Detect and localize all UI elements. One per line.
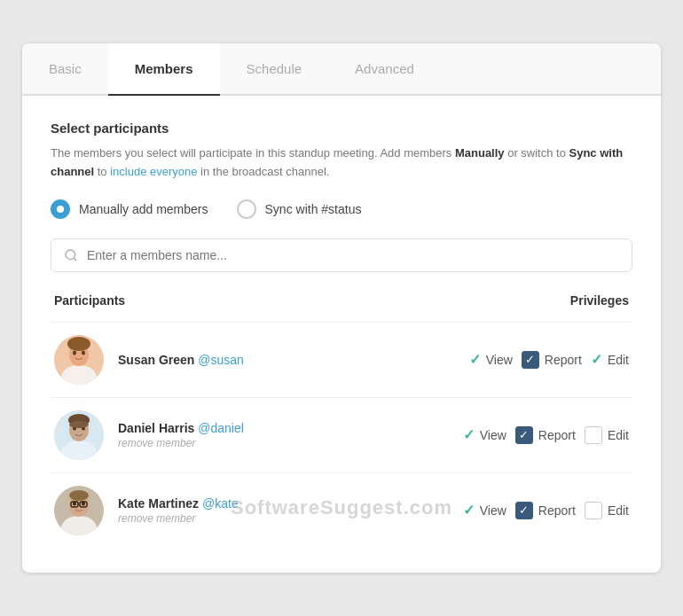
content-area: Select participants The members you sele… [22,96,661,573]
edit-checkbox-daniel[interactable] [585,426,602,444]
svg-point-24 [69,490,89,501]
edit-label-daniel: Edit [608,428,629,442]
table-row: Kate Martinez @kate remove member ✓ View… [51,472,632,548]
tab-schedule[interactable]: Schedule [220,43,329,96]
report-label-kate: Report [538,503,576,518]
table-row: Susan Green @susan ✓ View Report ✓ [51,322,632,397]
view-check-susan: ✓ [469,351,481,368]
view-label-kate: View [480,503,506,518]
privileges-column-header: Privileges [570,293,629,308]
member-left-susan: Susan Green @susan [54,335,244,385]
remove-member-kate[interactable]: remove member [118,512,239,525]
radio-manually-circle[interactable] [51,199,70,219]
member-left-daniel: Daniel Harris @daniel remove member [54,410,244,460]
report-checkbox-daniel[interactable] [515,426,533,444]
privileges-daniel: ✓ View Report Edit [463,426,629,444]
report-priv-daniel: Report [515,426,576,444]
radio-sync[interactable]: Sync with #status [237,199,362,219]
privileges-susan: ✓ View Report ✓ Edit [469,351,629,369]
avatar-image-daniel [54,410,104,460]
report-checkbox-kate[interactable] [515,502,533,519]
svg-point-6 [73,350,76,355]
member-info-daniel: Daniel Harris @daniel remove member [118,421,244,449]
tab-advanced[interactable]: Advanced [328,43,441,96]
section-title: Select participants [51,121,632,136]
search-icon [64,248,78,262]
view-check-daniel: ✓ [463,426,475,443]
avatar-image-susan [54,335,104,385]
radio-sync-label: Sync with #status [265,202,362,216]
avatar-kate [54,486,104,535]
svg-line-1 [74,258,76,261]
avatar-daniel [54,410,104,460]
remove-member-daniel[interactable]: remove member [118,437,244,449]
view-label-daniel: View [480,428,506,442]
svg-point-15 [69,421,89,428]
avatar-susan [54,335,104,385]
section-description: The members you select will participate … [51,144,632,182]
member-info-kate: Kate Martinez @kate remove member [118,496,239,525]
radio-sync-circle[interactable] [237,199,256,219]
edit-priv-susan: ✓ Edit [591,351,629,368]
report-label-susan: Report [545,353,582,367]
view-priv-susan: ✓ View [469,351,513,368]
member-left-kate: Kate Martinez @kate remove member [54,486,239,535]
report-priv-kate: Report [515,502,576,519]
table-header: Participants Privileges [51,293,632,308]
participants-column-header: Participants [54,293,125,308]
search-input[interactable] [87,248,619,262]
member-name-susan: Susan Green @susan [118,353,244,367]
privileges-kate: ✓ View Report Edit [463,502,629,519]
edit-check-susan: ✓ [591,351,602,368]
report-priv-susan: Report [522,351,582,369]
svg-point-0 [66,250,75,260]
radio-manually-label: Manually add members [79,202,208,216]
view-check-kate: ✓ [463,502,475,519]
tab-members[interactable]: Members [108,43,220,96]
view-label-susan: View [486,353,513,367]
avatar-image-kate [54,486,104,535]
svg-point-7 [82,350,85,355]
edit-label-susan: Edit [608,353,629,367]
view-priv-daniel: ✓ View [463,426,506,443]
radio-group: Manually add members Sync with #status [51,199,632,219]
svg-point-8 [67,337,90,351]
member-name-kate: Kate Martinez @kate [118,496,239,511]
search-bar[interactable] [51,238,632,272]
view-priv-kate: ✓ View [463,502,506,519]
radio-manually[interactable]: Manually add members [51,199,208,219]
table-row: Daniel Harris @daniel remove member ✓ Vi… [51,397,632,472]
edit-label-kate: Edit [608,503,629,518]
main-card: Basic Members Schedule Advanced Select p… [22,43,661,573]
report-label-daniel: Report [538,428,576,442]
member-info-susan: Susan Green @susan [118,353,244,367]
edit-priv-daniel: Edit [585,426,629,444]
tab-bar: Basic Members Schedule Advanced [22,43,661,96]
tab-basic[interactable]: Basic [22,43,108,96]
edit-checkbox-kate[interactable] [585,502,602,519]
member-name-daniel: Daniel Harris @daniel [118,421,244,435]
edit-priv-kate: Edit [585,502,629,519]
report-checkbox-susan[interactable] [522,351,539,369]
